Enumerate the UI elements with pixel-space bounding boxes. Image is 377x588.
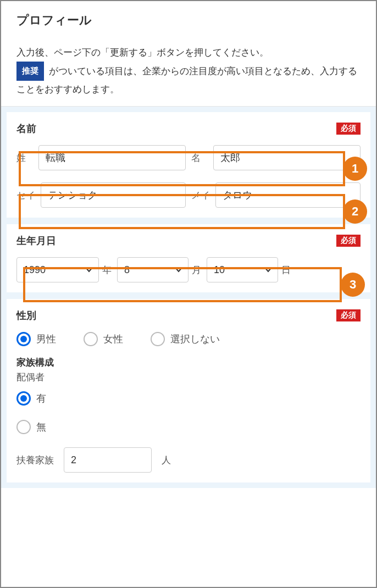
instructions: 入力後、ページ下の「更新する」ボタンを押してください。 推奨 がついている項目は… <box>16 44 361 98</box>
month-select[interactable]: 8 <box>117 257 188 282</box>
mei-kana-input[interactable] <box>215 182 361 208</box>
radio-spouse-no[interactable] <box>16 420 31 434</box>
birth-section: 生年月日 必須 1990 年 8 月 10 日 <box>7 224 370 292</box>
radio-gender-female[interactable] <box>84 332 98 346</box>
mei-input[interactable] <box>213 145 361 170</box>
mei-label: 名 <box>191 152 208 164</box>
year-label: 年 <box>102 264 112 276</box>
section-title-name: 名前 <box>16 122 36 135</box>
profile-form-frame: プロフィール 入力後、ページ下の「更新する」ボタンを押してください。 推奨 がつ… <box>0 0 377 588</box>
section-title-birth: 生年月日 <box>16 234 56 247</box>
instruction-line-2: 推奨 がついている項目は、企業からの注目度が高い項目となるため、入力することをお… <box>16 62 361 98</box>
radio-gender-none[interactable] <box>151 332 165 346</box>
name-section: 名前 必須 姓 名 セイ メイ <box>7 112 370 218</box>
dependents-unit: 人 <box>162 454 171 467</box>
page-title: プロフィール <box>16 12 361 29</box>
section-title-family: 家族構成 <box>16 356 361 369</box>
callout-3: 3 <box>341 273 365 297</box>
sei-input[interactable] <box>38 145 186 170</box>
sei-kana-label: セイ <box>16 189 35 202</box>
instruction-line-1: 入力後、ページ下の「更新する」ボタンを押してください。 <box>16 44 361 62</box>
badge-required-gender: 必須 <box>336 309 361 321</box>
badge-required-name: 必須 <box>336 123 361 135</box>
radio-spouse-yes[interactable] <box>16 391 31 406</box>
sei-kana-input[interactable] <box>41 182 186 208</box>
year-select[interactable]: 1990 <box>16 257 99 282</box>
radio-spouse-no-label: 無 <box>36 420 46 434</box>
mei-kana-label: メイ <box>191 189 210 202</box>
month-label: 月 <box>192 264 201 276</box>
dependents-label: 扶養家族 <box>16 454 54 467</box>
section-title-gender: 性別 <box>16 309 36 322</box>
radio-gender-male-label: 男性 <box>36 332 56 346</box>
day-label: 日 <box>281 264 291 276</box>
sei-label: 姓 <box>16 152 33 164</box>
callout-2: 2 <box>343 199 367 224</box>
day-select[interactable]: 10 <box>207 257 278 282</box>
radio-gender-female-label: 女性 <box>103 332 123 346</box>
spouse-label: 配偶者 <box>16 371 361 384</box>
badge-required-birth: 必須 <box>336 235 361 247</box>
radio-gender-male[interactable] <box>16 332 31 346</box>
dependents-input[interactable] <box>64 447 152 473</box>
badge-recommended: 推奨 <box>16 62 44 81</box>
gender-section: 性別 必須 男性 女性 選択しない 家族構成 配偶者 <box>7 299 370 482</box>
radio-gender-none-label: 選択しない <box>170 332 220 346</box>
callout-1: 1 <box>343 157 367 181</box>
instruction-line-2-text: がついている項目は、企業からの注目度が高い項目となるため、入力することをおすすめ… <box>16 66 357 95</box>
radio-spouse-yes-label: 有 <box>36 392 46 405</box>
